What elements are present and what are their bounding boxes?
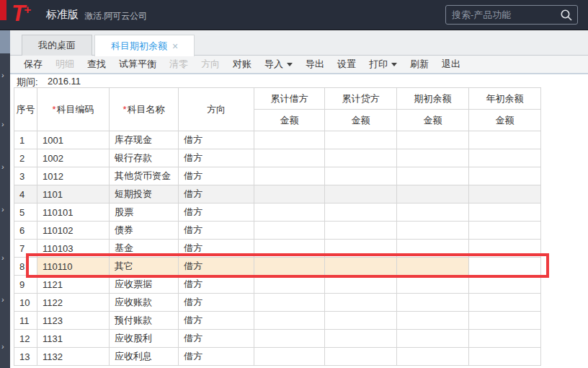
cell-accum-credit[interactable]: [325, 294, 397, 312]
cell-year-begin-balance[interactable]: [469, 312, 541, 330]
chevron-right-icon[interactable]: ›: [1, 119, 10, 129]
toolbar-button[interactable]: 刷新: [404, 58, 435, 71]
search-icon[interactable]: [560, 9, 573, 25]
chevron-right-icon[interactable]: ›: [1, 341, 10, 351]
cell-account-name[interactable]: 其他货币资金: [110, 167, 179, 185]
tab-0[interactable]: 我的桌面: [22, 35, 92, 56]
cell-opening-balance[interactable]: [397, 131, 469, 149]
chevron-right-icon[interactable]: ›: [1, 162, 10, 172]
cell-direction[interactable]: 借方: [179, 294, 254, 312]
cell-account-code[interactable]: 1123: [37, 312, 110, 330]
cell-accum-debit[interactable]: [254, 149, 325, 167]
cell-opening-balance[interactable]: [397, 185, 469, 203]
toolbar-button[interactable]: 退出: [435, 58, 467, 71]
cell-opening-balance[interactable]: [397, 276, 469, 294]
cell-accum-debit[interactable]: [254, 348, 325, 366]
tab-1[interactable]: 科目期初余额×: [94, 35, 195, 56]
toolbar-button[interactable]: 对账: [226, 58, 258, 71]
cell-account-name[interactable]: 短期投资: [110, 185, 179, 203]
cell-seq[interactable]: 7: [14, 240, 37, 258]
cell-direction[interactable]: 借方: [179, 149, 254, 167]
cell-opening-balance[interactable]: [397, 167, 469, 185]
cell-year-begin-balance[interactable]: [469, 131, 541, 149]
cell-accum-credit[interactable]: [325, 167, 397, 185]
cell-accum-debit[interactable]: [254, 312, 325, 330]
cell-seq[interactable]: 8: [14, 258, 37, 276]
cell-year-begin-balance[interactable]: [469, 294, 541, 312]
cell-account-code[interactable]: 110103: [37, 240, 110, 258]
cell-account-code[interactable]: 110101: [37, 203, 110, 222]
cell-direction[interactable]: 借方: [179, 203, 254, 222]
cell-account-code[interactable]: 1101: [37, 185, 110, 203]
chevron-right-icon[interactable]: ›: [1, 294, 10, 305]
cell-seq[interactable]: 5: [14, 203, 37, 222]
cell-seq[interactable]: 4: [14, 185, 37, 203]
cell-direction[interactable]: 借方: [179, 258, 254, 276]
cell-accum-debit[interactable]: [254, 294, 325, 312]
cell-account-code[interactable]: 1132: [37, 348, 110, 366]
cell-accum-debit[interactable]: [254, 185, 325, 203]
cell-account-name[interactable]: 预付账款: [110, 312, 179, 330]
cell-year-begin-balance[interactable]: [469, 222, 541, 240]
cell-account-code[interactable]: 110102: [37, 222, 110, 240]
cell-account-code[interactable]: 1012: [37, 167, 110, 185]
cell-opening-balance[interactable]: [397, 348, 469, 366]
toolbar-button[interactable]: 保存: [17, 58, 49, 71]
cell-accum-debit[interactable]: [254, 258, 325, 276]
cell-year-begin-balance[interactable]: [469, 276, 541, 294]
cell-account-name[interactable]: 银行存款: [110, 149, 179, 167]
cell-opening-balance[interactable]: [397, 149, 469, 167]
cell-accum-credit[interactable]: [325, 149, 397, 167]
collapsed-sidebar[interactable]: ›››››››: [0, 30, 10, 368]
cell-accum-credit[interactable]: [325, 222, 397, 240]
cell-account-code[interactable]: 1002: [37, 149, 110, 167]
cell-account-name[interactable]: 库存现金: [110, 131, 179, 149]
cell-accum-credit[interactable]: [325, 312, 397, 330]
toolbar-button[interactable]: 导出: [299, 58, 331, 71]
cell-account-code[interactable]: 1121: [37, 276, 110, 294]
cell-accum-credit[interactable]: [325, 131, 397, 149]
tab-close-icon[interactable]: ×: [172, 41, 178, 51]
cell-opening-balance[interactable]: [397, 294, 469, 312]
cell-year-begin-balance[interactable]: [469, 149, 541, 167]
cell-account-name[interactable]: 应收股利: [110, 330, 179, 348]
cell-account-code[interactable]: 1122: [37, 294, 110, 312]
cell-account-code[interactable]: 110110: [37, 258, 110, 276]
cell-accum-debit[interactable]: [254, 131, 325, 149]
cell-accum-credit[interactable]: [325, 276, 397, 294]
cell-direction[interactable]: 借方: [179, 276, 254, 294]
toolbar-button[interactable]: 导入: [258, 58, 299, 71]
cell-accum-credit[interactable]: [325, 185, 397, 203]
cell-year-begin-balance[interactable]: [469, 203, 541, 222]
cell-seq[interactable]: 11: [14, 312, 37, 330]
cell-opening-balance[interactable]: [397, 222, 469, 240]
cell-accum-debit[interactable]: [254, 240, 325, 258]
cell-year-begin-balance[interactable]: [469, 240, 541, 258]
cell-seq[interactable]: 10: [14, 294, 37, 312]
cell-account-name[interactable]: 应收利息: [110, 348, 179, 366]
cell-year-begin-balance[interactable]: [469, 167, 541, 185]
cell-direction[interactable]: 借方: [179, 185, 254, 203]
cell-account-code[interactable]: 1001: [37, 131, 110, 149]
cell-accum-credit[interactable]: [325, 330, 397, 348]
cell-account-name[interactable]: 债券: [110, 222, 179, 240]
cell-accum-debit[interactable]: [254, 330, 325, 348]
cell-seq[interactable]: 6: [14, 222, 37, 240]
cell-year-begin-balance[interactable]: [469, 330, 541, 348]
chevron-right-icon[interactable]: ›: [1, 253, 10, 263]
cell-opening-balance[interactable]: [397, 258, 469, 276]
cell-account-name[interactable]: 股票: [110, 203, 179, 222]
cell-seq[interactable]: 9: [14, 276, 37, 294]
cell-direction[interactable]: 借方: [179, 348, 254, 366]
cell-account-code[interactable]: 1131: [37, 330, 110, 348]
cell-account-name[interactable]: 应收票据: [110, 276, 179, 294]
cell-seq[interactable]: 1: [14, 131, 37, 149]
toolbar-button[interactable]: 查找: [81, 58, 112, 71]
cell-accum-credit[interactable]: [325, 258, 397, 276]
cell-direction[interactable]: 借方: [179, 167, 254, 185]
cell-year-begin-balance[interactable]: [469, 258, 541, 276]
cell-opening-balance[interactable]: [397, 330, 469, 348]
cell-account-name[interactable]: 其它: [110, 258, 179, 276]
cell-opening-balance[interactable]: [397, 312, 469, 330]
chevron-right-icon[interactable]: ›: [1, 204, 10, 214]
